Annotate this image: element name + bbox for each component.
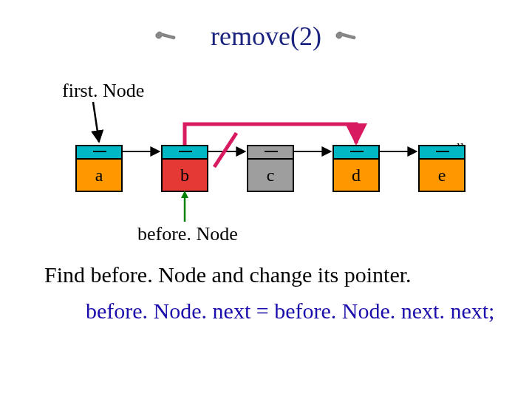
before-node-label: before. Node	[137, 223, 238, 245]
tick-icon	[265, 151, 278, 152]
first-node-arrow	[93, 102, 99, 142]
first-node-label: first. Node	[62, 80, 144, 102]
node-b-pointer	[163, 146, 207, 160]
cut-slash	[214, 133, 236, 167]
arrow-layer	[0, 0, 532, 399]
code-line: before. Node. next = before. Node. next.…	[86, 299, 494, 324]
node-a-pointer	[77, 146, 121, 160]
node-b-label: b	[163, 160, 207, 191]
node-c-pointer	[248, 146, 293, 160]
explanation-text: Find before. Node and change its pointer…	[44, 262, 412, 287]
node-a-label: a	[77, 160, 121, 191]
node-e-pointer	[420, 146, 464, 160]
node-d-label: d	[334, 160, 378, 191]
slide-title: remove(2)	[0, 21, 532, 52]
tick-icon	[93, 151, 106, 152]
node-c-label: c	[248, 160, 293, 191]
tick-icon	[350, 151, 364, 152]
node-e-label: e	[420, 160, 464, 191]
tick-icon	[179, 151, 192, 152]
node-d-pointer	[334, 146, 378, 160]
tick-icon	[436, 151, 449, 152]
bypass-arrow	[185, 124, 356, 145]
